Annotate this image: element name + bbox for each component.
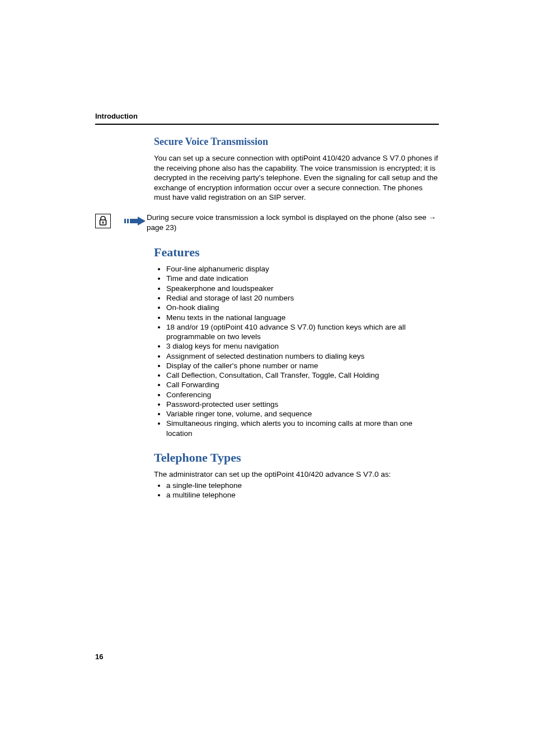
lock-icon: [95, 214, 111, 228]
list-item: Call Forwarding: [166, 380, 439, 389]
list-item: Four-line alphanumeric display: [166, 264, 439, 274]
note-text: During secure voice transmission a lock …: [147, 213, 439, 233]
note-text-b: page 23): [147, 223, 176, 232]
list-item: a single-line telephone: [166, 481, 439, 490]
list-item: Variable ringer tone, volume, and sequen…: [166, 409, 439, 419]
svg-marker-6: [138, 217, 146, 226]
note-callout: During secure voice transmission a lock …: [95, 213, 439, 233]
page-number: 16: [95, 652, 103, 661]
secure-voice-paragraph: You can set up a secure connection with …: [154, 153, 439, 203]
list-item: 18 and/or 19 (optiPoint 410 advance S V7…: [166, 322, 439, 342]
list-item: Password-protected user settings: [166, 400, 439, 409]
list-item: a multiline telephone: [166, 490, 439, 500]
features-list: Four-line alphanumeric display Time and …: [154, 264, 439, 438]
note-text-a: During secure voice transmission a lock …: [147, 213, 429, 222]
secure-voice-heading: Secure Voice Transmission: [154, 136, 439, 148]
list-item: Menu texts in the national language: [166, 313, 439, 322]
list-item: Assignment of selected destination numbe…: [166, 351, 439, 361]
arrow-right-icon: →: [429, 213, 437, 222]
svg-rect-4: [127, 219, 129, 223]
telephone-types-list: a single-line telephone a multiline tele…: [154, 481, 439, 500]
list-item: Speakerphone and loudspeaker: [166, 284, 439, 293]
pointer-arrow-icon: [124, 215, 147, 228]
running-header: Introduction: [95, 112, 439, 120]
svg-rect-2: [102, 222, 103, 224]
list-item: 3 dialog keys for menu navigation: [166, 341, 439, 351]
features-heading: Features: [154, 245, 439, 260]
list-item: On-hook dialing: [166, 303, 439, 312]
list-item: Conferencing: [166, 390, 439, 400]
list-item: Call Deflection, Consultation, Call Tran…: [166, 370, 439, 380]
svg-rect-5: [130, 219, 138, 223]
svg-rect-3: [124, 219, 126, 223]
list-item: Simultaneous ringing, which alerts you t…: [166, 419, 439, 438]
list-item: Display of the caller's phone number or …: [166, 361, 439, 370]
list-item: Time and date indication: [166, 274, 439, 283]
list-item: Redial and storage of last 20 numbers: [166, 293, 439, 303]
telephone-types-heading: Telephone Types: [154, 450, 439, 465]
telephone-intro: The administrator can set up the optiPoi…: [154, 469, 439, 480]
header-rule: [95, 124, 439, 125]
